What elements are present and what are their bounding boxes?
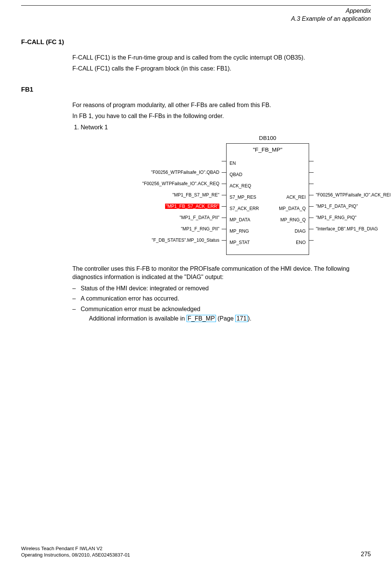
list-item: Communication error must be acknowledged… bbox=[72, 305, 371, 323]
connector-tick bbox=[309, 218, 314, 218]
ext-label-left: "F00256_WTPFailsafe_IO".ACK_REQ bbox=[72, 181, 219, 187]
text: Additional information is available in bbox=[89, 315, 187, 322]
ext-label-left: "F_DB_STATES".MP_100_Status bbox=[72, 237, 219, 243]
connector-tick bbox=[222, 161, 226, 161]
highlighted-label: "MP1_FB_S7_ACK_ERR" bbox=[165, 204, 219, 209]
port-row: QBAD bbox=[227, 169, 309, 180]
ext-label-left: "MP1_F_RNG_PII" bbox=[72, 226, 219, 232]
port-left: QBAD bbox=[230, 172, 242, 178]
port-left: MP_DATA bbox=[230, 217, 250, 223]
list-item: A communication error has occurred. bbox=[72, 294, 371, 303]
port-left: ACK_REQ bbox=[230, 183, 251, 189]
connector-tick bbox=[222, 195, 226, 195]
port-left: EN bbox=[230, 160, 236, 166]
connector-tick bbox=[309, 172, 314, 173]
footer-left: Wireless Teach Pendant F IWLAN V2 Operat… bbox=[21, 545, 130, 558]
db-label: DB100 bbox=[226, 134, 309, 142]
ext-label-left: "MP1_FB_S7_MP_RE" bbox=[72, 192, 219, 198]
ext-label-right: "MP1_F_RNG_PIQ" bbox=[316, 215, 357, 221]
cross-ref-link[interactable]: F_FB_MP bbox=[187, 315, 216, 322]
header-chapter: Appendix bbox=[21, 7, 371, 15]
running-header: Appendix A.3 Example of an application bbox=[21, 7, 371, 23]
page-footer: Wireless Teach Pendant F IWLAN V2 Operat… bbox=[21, 545, 371, 558]
para: For reasons of program modularity, all o… bbox=[72, 101, 371, 109]
connector-tick bbox=[222, 206, 226, 207]
port-right: ENO bbox=[296, 239, 306, 245]
dash-list: Status of the HMI device: integrated or … bbox=[72, 284, 371, 323]
connector-tick bbox=[309, 240, 314, 241]
section-body-fcall: F-CALL (FC1) is the F-run-time group and… bbox=[72, 54, 371, 73]
list-text: Communication error must be acknowledged bbox=[81, 306, 200, 312]
section-title-fcall: F-CALL (FC 1) bbox=[21, 38, 371, 47]
para: F-CALL (FC1) calls the F-program block (… bbox=[72, 64, 371, 73]
ordered-list: Network 1 bbox=[72, 123, 371, 132]
page: Appendix A.3 Example of an application F… bbox=[0, 0, 392, 569]
top-rule bbox=[21, 5, 371, 6]
ext-label-left: "MP1_FB_S7_ACK_ERR" bbox=[72, 203, 219, 209]
list-item: Network 1 bbox=[81, 123, 371, 132]
section-body-fb1: For reasons of program modularity, all o… bbox=[72, 101, 371, 323]
para: Additional information is available in F… bbox=[89, 314, 371, 323]
function-block: "F_FB_MP" ENQBADACK_REQS7_MP_RESACK_REIS… bbox=[226, 143, 309, 255]
port-row: MP_STATENO bbox=[227, 237, 309, 248]
para: The controller uses this F-FB to monitor… bbox=[72, 265, 371, 281]
connector-tick bbox=[309, 184, 314, 184]
ext-label-right: "F00256_WTPFailsafe_IO".ACK_REI bbox=[316, 192, 391, 198]
port-right: DIAG bbox=[295, 228, 306, 234]
list-item: Status of the HMI device: integrated or … bbox=[72, 284, 371, 293]
para: F-CALL (FC1) is the F-run-time group and… bbox=[72, 54, 371, 62]
port-row: MP_DATAMP_RNG_Q bbox=[227, 214, 309, 225]
para: In FB 1, you have to call the F-FBs in t… bbox=[72, 112, 371, 120]
connector-tick bbox=[309, 206, 314, 207]
port-left: S7_MP_RES bbox=[230, 194, 256, 200]
ext-label-left: "MP1_F_DATA_PII" bbox=[72, 215, 219, 221]
connector-tick bbox=[309, 161, 314, 161]
function-block-diagram: DB100 "F_FB_MP" ENQBADACK_REQS7_MP_RESAC… bbox=[72, 134, 381, 259]
port-left: MP_RNG bbox=[230, 228, 249, 234]
section-title-fb1: FB1 bbox=[21, 86, 371, 94]
connector-tick bbox=[222, 240, 226, 241]
port-row: ACK_REQ bbox=[227, 180, 309, 192]
footer-doc-info: Operating Instructions, 08/2010, A5E0245… bbox=[21, 552, 130, 558]
footer-doc-title: Wireless Teach Pendant F IWLAN V2 bbox=[21, 545, 130, 552]
port-right: ACK_REI bbox=[286, 194, 306, 200]
cross-ref-link[interactable]: 171 bbox=[235, 315, 248, 322]
text: (Page bbox=[216, 315, 236, 322]
connector-tick bbox=[309, 195, 314, 195]
connector-tick bbox=[309, 229, 314, 229]
port-row: S7_MP_RESACK_REI bbox=[227, 192, 309, 203]
connector-tick bbox=[222, 172, 226, 173]
text: ). bbox=[248, 315, 251, 322]
port-row: MP_RNGDIAG bbox=[227, 225, 309, 237]
ext-label-left: "F00256_WTPFailsafe_IO".QBAD bbox=[72, 169, 219, 175]
port-right: MP_RNG_Q bbox=[280, 217, 306, 223]
ext-label-right: "MP1_F_DATA_PIQ" bbox=[316, 203, 358, 209]
connector-tick bbox=[222, 229, 226, 229]
port-left: MP_STAT bbox=[230, 239, 250, 245]
port-row: EN bbox=[227, 158, 309, 169]
header-section: A.3 Example of an application bbox=[21, 15, 371, 23]
block-title: "F_FB_MP" bbox=[227, 144, 309, 157]
port-row: S7_ACK_ERRMP_DATA_Q bbox=[227, 203, 309, 214]
page-number: 275 bbox=[361, 550, 371, 558]
ext-label-right: "Interface_DB".MP1_FB_DIAG bbox=[316, 226, 378, 232]
port-left: S7_ACK_ERR bbox=[230, 206, 259, 212]
connector-tick bbox=[222, 184, 226, 184]
connector-tick bbox=[222, 218, 226, 218]
port-right: MP_DATA_Q bbox=[279, 206, 306, 212]
